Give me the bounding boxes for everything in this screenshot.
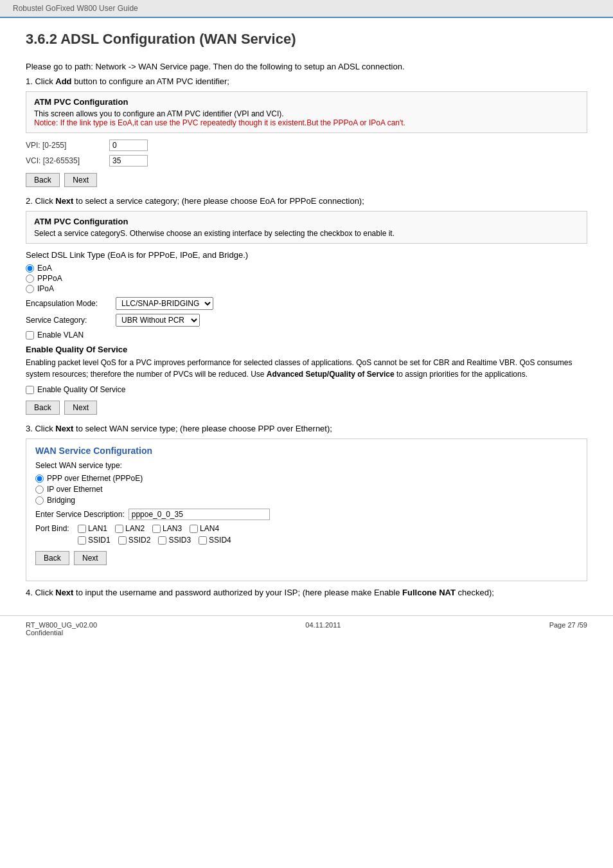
atm-pvc-config-box-1: ATM PVC Configuration This screen allows… — [26, 91, 587, 133]
back-button-1[interactable]: Back — [26, 173, 60, 187]
back-button-2[interactable]: Back — [26, 401, 60, 415]
port-bind-row-1: Port Bind: LAN1 LAN2 LAN3 LAN4 — [35, 524, 578, 533]
footer-left1: RT_W800_UG_v02.00 — [26, 621, 97, 629]
dsl-ipoa-radio[interactable] — [26, 285, 34, 293]
atm-pvc-desc-1: This screen allows you to configure an A… — [34, 109, 579, 118]
lan2-port[interactable]: LAN2 — [115, 524, 147, 533]
enable-qos-row[interactable]: Enable Quality Of Service — [26, 385, 587, 394]
step-1-label: 1. Click Add button to configure an ATM … — [26, 77, 587, 86]
lan1-port[interactable]: LAN1 — [78, 524, 110, 533]
service-desc-row: Enter Service Description: — [35, 509, 578, 520]
dsl-link-label: Select DSL Link Type (EoA is for PPPoE, … — [26, 250, 587, 260]
footer-left2: Confidential — [26, 629, 97, 637]
ssid1-checkbox[interactable] — [78, 536, 86, 545]
footer-center: 04.11.2011 — [305, 621, 341, 629]
enable-qos-checkbox[interactable] — [26, 386, 34, 394]
btn-group-3: Back Next — [35, 551, 578, 565]
enable-vlan-row[interactable]: Enable VLAN — [26, 330, 587, 339]
lan-port-group: LAN1 LAN2 LAN3 LAN4 — [78, 524, 227, 533]
enable-vlan-label: Enable VLAN — [37, 330, 84, 339]
service-category-select[interactable]: UBR Without PCR UBR With PCR CBR Non Rea… — [116, 314, 200, 327]
wan-select-label: Select WAN service type: — [35, 461, 578, 470]
wan-bridging-radio[interactable] — [35, 496, 44, 505]
dsl-pppoa-radio[interactable] — [26, 275, 34, 283]
enable-qos-label: Enable Quality Of Service — [37, 385, 125, 394]
dsl-eoa-option[interactable]: EoA — [26, 264, 587, 273]
enable-vlan-checkbox[interactable] — [26, 331, 34, 339]
wan-pppoe-radio[interactable] — [35, 475, 44, 483]
atm-pvc-title-1: ATM PVC Configuration — [34, 97, 579, 107]
service-category-row: Service Category: UBR Without PCR UBR Wi… — [26, 314, 587, 327]
ssid3-label: SSID3 — [168, 536, 191, 545]
wan-service-section: WAN Service Configuration Select WAN ser… — [26, 439, 587, 581]
qos-text: Enabling packet level QoS for a PVC impr… — [26, 357, 587, 380]
btn-group-2: Back Next — [26, 401, 587, 415]
ssid-port-group: SSID1 SSID2 SSID3 SSID4 — [78, 536, 239, 545]
ssid1-label: SSID1 — [88, 536, 111, 545]
step-4-label: 4. Click Next to input the username and … — [26, 588, 587, 597]
wan-ipoe-label: IP over Ethernet — [47, 485, 103, 494]
vci-label: VCI: [32-65535] — [26, 156, 109, 165]
ssid4-checkbox[interactable] — [199, 536, 207, 545]
lan4-port[interactable]: LAN4 — [190, 524, 222, 533]
btn-group-1: Back Next — [26, 173, 587, 187]
port-bind-label: Port Bind: — [35, 524, 74, 533]
footer-left: RT_W800_UG_v02.00 Confidential — [26, 621, 97, 637]
dsl-link-radio-group: EoA PPPoA IPoA — [26, 264, 587, 293]
wan-bridging-option[interactable]: Bridging — [35, 496, 578, 505]
vpi-label: VPI: [0-255] — [26, 141, 109, 150]
lan3-label: LAN3 — [163, 524, 182, 533]
vpi-input[interactable] — [109, 140, 148, 151]
vci-input[interactable] — [109, 155, 148, 167]
footer-right: Page 27 /59 — [549, 621, 587, 629]
next-button-2[interactable]: Next — [64, 401, 97, 415]
dsl-ipoa-option[interactable]: IPoA — [26, 284, 587, 293]
top-bar: Robustel GoFixed W800 User Guide — [0, 0, 613, 18]
ssid3-checkbox[interactable] — [158, 536, 166, 545]
port-bind-row-2: SSID1 SSID2 SSID3 SSID4 — [35, 536, 578, 545]
wan-pppoe-label: PPP over Ethernet (PPPoE) — [47, 474, 143, 483]
step-2-label: 2. Click Next to select a service catego… — [26, 196, 587, 206]
wan-pppoe-option[interactable]: PPP over Ethernet (PPPoE) — [35, 474, 578, 483]
back-button-3[interactable]: Back — [35, 551, 69, 565]
ssid4-port[interactable]: SSID4 — [199, 536, 234, 545]
lan1-checkbox[interactable] — [78, 525, 86, 533]
atm-pvc-desc-2: Select a service categoryS. Otherwise ch… — [34, 229, 579, 238]
service-desc-label: Enter Service Description: — [35, 510, 125, 519]
intro-text: Please go to path: Network -> WAN Servic… — [26, 62, 587, 71]
dsl-eoa-label: EoA — [37, 264, 52, 273]
wan-ipoe-option[interactable]: IP over Ethernet — [35, 485, 578, 494]
wan-radio-group: PPP over Ethernet (PPPoE) IP over Ethern… — [35, 474, 578, 505]
wan-ipoe-radio[interactable] — [35, 485, 44, 494]
lan2-checkbox[interactable] — [115, 525, 123, 533]
ssid1-port[interactable]: SSID1 — [78, 536, 113, 545]
next-button-1[interactable]: Next — [64, 173, 97, 187]
dsl-ipoa-label: IPoA — [37, 284, 54, 293]
dsl-eoa-radio[interactable] — [26, 264, 34, 273]
encapsulation-row: Encapsulation Mode: LLC/SNAP-BRIDGING VC… — [26, 297, 587, 310]
ssid2-checkbox[interactable] — [118, 536, 127, 545]
service-desc-input[interactable] — [129, 509, 270, 520]
ssid4-label: SSID4 — [209, 536, 231, 545]
lan4-checkbox[interactable] — [190, 525, 198, 533]
next-button-3[interactable]: Next — [74, 551, 107, 565]
encapsulation-label: Encapsulation Mode: — [26, 299, 116, 308]
vci-row: VCI: [32-65535] — [26, 155, 587, 167]
dsl-pppoa-label: PPPoA — [37, 274, 62, 283]
wan-bridging-label: Bridging — [47, 496, 75, 505]
wan-service-title: WAN Service Configuration — [35, 446, 578, 456]
ssid2-port[interactable]: SSID2 — [118, 536, 154, 545]
footer: RT_W800_UG_v02.00 Confidential 04.11.201… — [0, 615, 613, 642]
top-bar-label: Robustel GoFixed W800 User Guide — [13, 4, 138, 13]
encapsulation-select[interactable]: LLC/SNAP-BRIDGING VC/MUX — [116, 297, 213, 310]
lan2-label: LAN2 — [125, 524, 145, 533]
lan1-label: LAN1 — [88, 524, 107, 533]
lan3-checkbox[interactable] — [152, 525, 161, 533]
lan4-label: LAN4 — [200, 524, 219, 533]
page-title: 3.6.2 ADSL Configuration (WAN Service) — [26, 31, 587, 50]
lan3-port[interactable]: LAN3 — [152, 524, 184, 533]
ssid3-port[interactable]: SSID3 — [158, 536, 193, 545]
atm-pvc-notice-1: Notice: If the link type is EoA,it can u… — [34, 118, 579, 127]
vpi-row: VPI: [0-255] — [26, 140, 587, 151]
dsl-pppoa-option[interactable]: PPPoA — [26, 274, 587, 283]
